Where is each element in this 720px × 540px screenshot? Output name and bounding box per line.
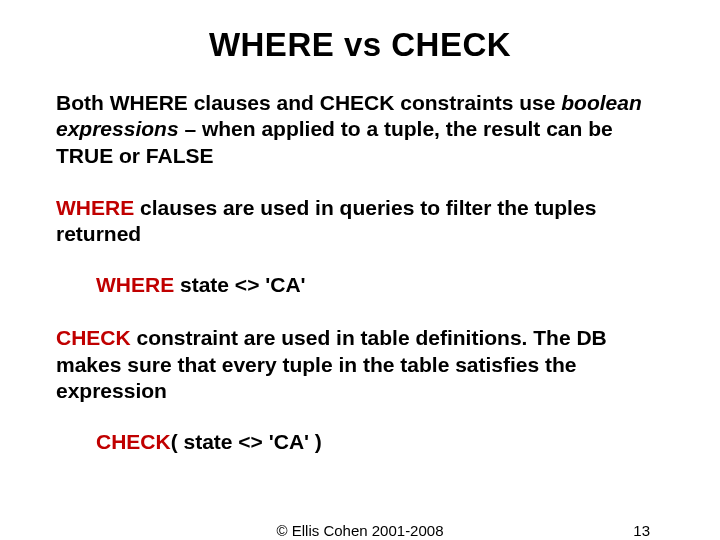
where-code-keyword: WHERE	[96, 273, 174, 296]
where-code: WHERE state <> 'CA'	[96, 273, 664, 297]
page-number: 13	[633, 522, 650, 539]
check-code-rest: ( state <> 'CA' )	[171, 430, 322, 453]
check-code-keyword: CHECK	[96, 430, 171, 453]
intro-lead: Both WHERE clauses and CHECK constraints…	[56, 91, 561, 114]
check-paragraph: CHECK constraint are used in table defin…	[56, 325, 664, 404]
where-paragraph: WHERE clauses are used in queries to fil…	[56, 195, 664, 248]
check-code: CHECK( state <> 'CA' )	[96, 430, 664, 454]
where-code-rest: state <> 'CA'	[174, 273, 305, 296]
check-keyword: CHECK	[56, 326, 131, 349]
where-keyword: WHERE	[56, 196, 134, 219]
slide-title: WHERE vs CHECK	[56, 26, 664, 64]
where-desc: clauses are used in queries to filter th…	[56, 196, 596, 245]
slide: WHERE vs CHECK Both WHERE clauses and CH…	[0, 0, 720, 540]
check-desc: constraint are used in table definitions…	[56, 326, 607, 402]
copyright-text: © Ellis Cohen 2001-2008	[277, 522, 444, 539]
intro-paragraph: Both WHERE clauses and CHECK constraints…	[56, 90, 664, 169]
